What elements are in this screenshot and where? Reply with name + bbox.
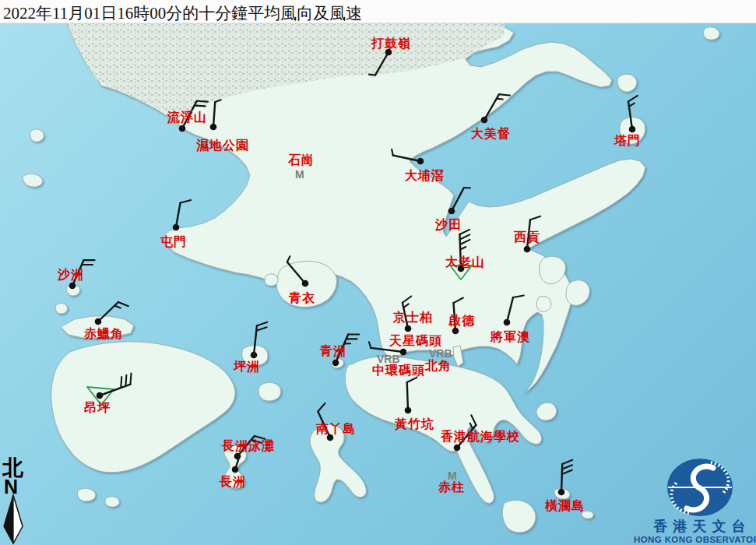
wind-barb-feather (130, 374, 131, 385)
land-tung-lung (536, 403, 557, 420)
wind-barb-feather (497, 99, 503, 100)
station-label-tai-mei-tuk: 大美督 (471, 126, 511, 140)
station-dot (97, 392, 104, 399)
station-label-peng-chau: 坪洲 (233, 360, 260, 373)
station-dot (405, 407, 412, 414)
wind-barb-feather (114, 306, 120, 308)
wind-barb-feather (197, 101, 208, 102)
wind-barb-feather (195, 105, 206, 106)
hko-logo-en: HONG KONG OBSERVATORY (634, 535, 756, 544)
wind-barb-feather (464, 188, 470, 188)
station-label-waglan-island: 橫瀾島 (544, 499, 585, 512)
station-label-chek-lap-kok: 赤鱲角 (83, 327, 124, 340)
station-dot (95, 318, 102, 325)
station-label-lau-fau-shan: 流浮山 (167, 110, 207, 124)
land-soko2 (105, 497, 120, 507)
station-dot (405, 325, 412, 332)
station-dot (629, 126, 636, 133)
land-yim-tin-tsai (536, 296, 551, 311)
station-dot (173, 224, 180, 231)
north-arrow-kite-dark (4, 495, 13, 543)
land-ma-wan (265, 274, 278, 286)
wind-barb-feather (181, 200, 192, 202)
wind-barb-feather (562, 470, 572, 474)
wind-barb-feather (318, 403, 325, 412)
wind-barb-feather (628, 96, 638, 101)
wind-barb-staff (407, 382, 408, 410)
station-label-stanley: 赤柱 (438, 480, 465, 494)
station-waglan-island: 橫瀾島 (544, 460, 585, 512)
land-islet-nw2 (23, 174, 42, 187)
station-label-sai-kung: 西貢 (513, 230, 540, 244)
land-po-toi (502, 501, 536, 533)
station-label-lamma-island: 南丫島 (315, 422, 356, 435)
wind-barb-feather (562, 465, 572, 469)
station-label-kings-park: 京士柏 (392, 310, 433, 324)
station-label-wong-chuk-hang: 黃竹坑 (394, 417, 434, 431)
station-label-shek-kong: 石崗 (287, 153, 315, 167)
station-dot (179, 125, 186, 132)
station-label-tuen-mun: 屯門 (160, 235, 187, 248)
station-label-north-point: 北角 (424, 359, 452, 372)
station-label-tates-cairn: 大老山 (445, 255, 485, 269)
station-label-hk-sea-school: 香港航海學校 (440, 429, 520, 443)
station-dot (481, 117, 488, 124)
station-tuen-mun: 屯門 (160, 200, 191, 248)
station-label-wetland-park: 濕地公園 (195, 139, 249, 153)
station-dot (251, 352, 258, 359)
land-jin-island (566, 280, 589, 306)
station-dot (558, 489, 565, 496)
wind-barb-staff (452, 188, 464, 211)
wind-barb-feather (125, 375, 126, 386)
station-dot (400, 349, 407, 356)
station-dot (302, 280, 309, 287)
station-label-cheung-chau: 長洲 (219, 475, 246, 488)
wind-barb-feather (369, 75, 375, 76)
map-canvas: 打鼓嶺流浮山濕地公園大美督塔門M石崗大埔滘沙田西貢大老山屯門沙洲赤鱲角青衣京士柏… (0, 0, 756, 545)
station-dot (524, 246, 531, 253)
title-bar: 2022年11月01日16時00分的十分鐘平均風向及風速 (0, 0, 756, 23)
land-islet-ne (704, 27, 720, 40)
land-islet-nw1 (30, 129, 44, 142)
station-dot (452, 328, 459, 335)
station-north-point: VRB北角 (424, 347, 452, 372)
wind-barb-feather (256, 327, 266, 330)
wind-barb-feather (562, 460, 572, 464)
wind-barb-feather (499, 94, 510, 95)
station-label-ta-kwu-ling: 打鼓嶺 (371, 37, 411, 50)
station-dot (69, 283, 76, 290)
wind-barb-feather (118, 302, 128, 306)
station-label-tai-po-kau: 大埔滘 (405, 168, 445, 182)
wind-barb-feather (629, 104, 635, 107)
station-dot (504, 319, 511, 326)
station-label-sha-tin: 沙田 (434, 218, 462, 231)
station-label-sha-chau: 沙洲 (57, 268, 84, 281)
north-label-n: N (4, 476, 18, 498)
map-title: 2022年11月01日16時00分的十分鐘平均風向及風速 (3, 2, 362, 24)
hko-logo: 香港天文台 HONG KONG OBSERVATORY (634, 459, 756, 544)
station-dot (232, 466, 239, 473)
station-dot (332, 360, 339, 367)
station-label-central-pier: 中環碼頭 (372, 364, 425, 378)
station-dot (210, 124, 217, 131)
land-grass-island (617, 74, 637, 92)
wind-barb-feather (369, 342, 371, 348)
land-soko1 (77, 488, 95, 501)
station-label-green-island: 青洲 (319, 344, 346, 357)
station-stanley: M赤柱 (438, 469, 465, 494)
land-lung-kwu-chau (55, 304, 67, 314)
station-label-kai-tak: 啟德 (448, 314, 475, 327)
m-indicator: M (295, 168, 304, 181)
station-dot (448, 208, 455, 215)
vrb-indicator: VRB (429, 347, 452, 360)
station-dot (417, 158, 424, 165)
hko-logo-cjk: 香港天文台 (653, 519, 751, 534)
station-central-pier: VRB中環碼頭 (372, 353, 425, 378)
station-label-ngong-ping: 昂坪 (84, 401, 111, 414)
wind-barb-staff (176, 202, 181, 227)
land-lantau (51, 342, 235, 473)
landmass-group (23, 23, 719, 533)
station-label-star-ferry: 天星碼頭 (389, 334, 442, 348)
wind-barb-feather (257, 322, 267, 325)
wind-map: 打鼓嶺流浮山濕地公園大美督塔門M石崗大埔滘沙田西貢大老山屯門沙洲赤鱲角青衣京士柏… (0, 0, 756, 545)
